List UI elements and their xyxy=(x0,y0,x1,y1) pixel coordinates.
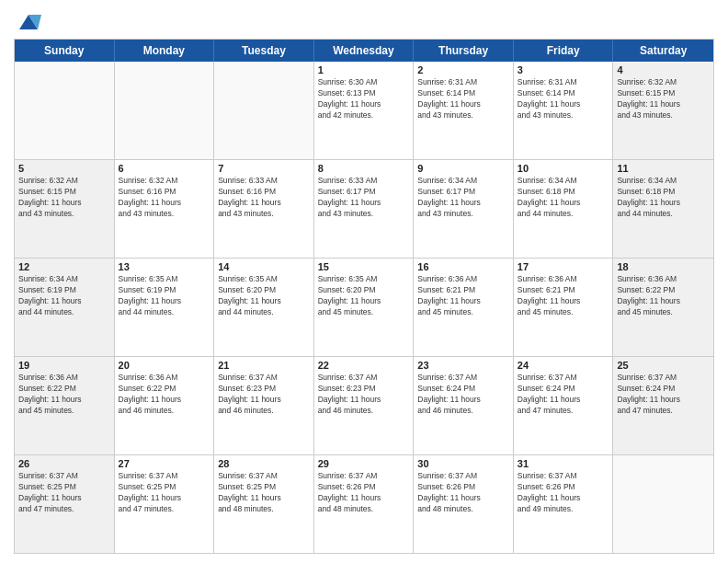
calendar-cell: 14Sunrise: 6:35 AM Sunset: 6:20 PM Dayli… xyxy=(214,259,314,356)
calendar-cell: 11Sunrise: 6:34 AM Sunset: 6:18 PM Dayli… xyxy=(613,160,713,258)
day-info: Sunrise: 6:37 AM Sunset: 6:24 PM Dayligh… xyxy=(617,373,710,417)
day-info: Sunrise: 6:33 AM Sunset: 6:16 PM Dayligh… xyxy=(218,176,310,220)
day-info: Sunrise: 6:31 AM Sunset: 6:14 PM Dayligh… xyxy=(417,77,509,121)
day-number: 17 xyxy=(518,261,609,272)
day-info: Sunrise: 6:34 AM Sunset: 6:17 PM Dayligh… xyxy=(417,176,509,220)
calendar-cell: 26Sunrise: 6:37 AM Sunset: 6:25 PM Dayli… xyxy=(15,455,115,553)
day-info: Sunrise: 6:37 AM Sunset: 6:25 PM Dayligh… xyxy=(119,471,210,515)
day-info: Sunrise: 6:37 AM Sunset: 6:26 PM Dayligh… xyxy=(417,471,509,515)
day-info: Sunrise: 6:33 AM Sunset: 6:17 PM Dayligh… xyxy=(318,176,410,220)
calendar-cell: 6Sunrise: 6:32 AM Sunset: 6:16 PM Daylig… xyxy=(115,160,215,258)
calendar-cell: 12Sunrise: 6:34 AM Sunset: 6:19 PM Dayli… xyxy=(15,259,115,356)
day-number: 30 xyxy=(417,458,509,469)
calendar-cell: 10Sunrise: 6:34 AM Sunset: 6:18 PM Dayli… xyxy=(514,160,614,258)
day-number: 18 xyxy=(617,261,710,272)
calendar-cell: 27Sunrise: 6:37 AM Sunset: 6:25 PM Dayli… xyxy=(115,455,215,553)
calendar-cell: 20Sunrise: 6:36 AM Sunset: 6:22 PM Dayli… xyxy=(115,357,215,454)
day-number: 10 xyxy=(518,163,609,174)
day-number: 31 xyxy=(518,458,609,469)
calendar-cell xyxy=(214,62,314,159)
day-info: Sunrise: 6:30 AM Sunset: 6:13 PM Dayligh… xyxy=(318,77,410,121)
calendar-cell: 15Sunrise: 6:35 AM Sunset: 6:20 PM Dayli… xyxy=(314,259,415,356)
day-info: Sunrise: 6:37 AM Sunset: 6:24 PM Dayligh… xyxy=(417,373,509,417)
day-info: Sunrise: 6:36 AM Sunset: 6:22 PM Dayligh… xyxy=(119,373,210,417)
calendar-cell: 30Sunrise: 6:37 AM Sunset: 6:26 PM Dayli… xyxy=(414,455,514,553)
day-info: Sunrise: 6:37 AM Sunset: 6:25 PM Dayligh… xyxy=(18,471,110,515)
calendar-cell: 8Sunrise: 6:33 AM Sunset: 6:17 PM Daylig… xyxy=(314,160,415,258)
day-number: 7 xyxy=(218,163,310,174)
calendar-cell: 5Sunrise: 6:32 AM Sunset: 6:15 PM Daylig… xyxy=(15,160,115,258)
day-info: Sunrise: 6:37 AM Sunset: 6:24 PM Dayligh… xyxy=(518,373,609,417)
day-number: 8 xyxy=(318,163,410,174)
day-info: Sunrise: 6:37 AM Sunset: 6:25 PM Dayligh… xyxy=(218,471,310,515)
day-number: 4 xyxy=(617,64,710,75)
day-number: 13 xyxy=(119,261,210,272)
calendar-cell xyxy=(115,62,215,159)
day-number: 3 xyxy=(518,64,609,75)
calendar-cell: 4Sunrise: 6:32 AM Sunset: 6:15 PM Daylig… xyxy=(613,62,713,159)
calendar-cell xyxy=(15,62,115,159)
day-info: Sunrise: 6:35 AM Sunset: 6:20 PM Dayligh… xyxy=(218,274,310,318)
day-info: Sunrise: 6:34 AM Sunset: 6:19 PM Dayligh… xyxy=(18,274,110,318)
calendar-cell xyxy=(613,455,713,553)
day-info: Sunrise: 6:34 AM Sunset: 6:18 PM Dayligh… xyxy=(617,176,710,220)
day-number: 23 xyxy=(417,360,509,371)
calendar-cell: 9Sunrise: 6:34 AM Sunset: 6:17 PM Daylig… xyxy=(414,160,514,258)
header xyxy=(14,9,714,31)
header-day-monday: Monday xyxy=(115,40,215,62)
header-day-sunday: Sunday xyxy=(15,40,115,62)
calendar-cell: 7Sunrise: 6:33 AM Sunset: 6:16 PM Daylig… xyxy=(214,160,314,258)
day-info: Sunrise: 6:35 AM Sunset: 6:20 PM Dayligh… xyxy=(318,274,410,318)
day-number: 20 xyxy=(119,360,210,371)
day-number: 27 xyxy=(119,458,210,469)
day-number: 28 xyxy=(218,458,310,469)
week-row-3: 12Sunrise: 6:34 AM Sunset: 6:19 PM Dayli… xyxy=(15,259,713,357)
day-number: 6 xyxy=(119,163,210,174)
day-number: 22 xyxy=(318,360,410,371)
header-day-friday: Friday xyxy=(514,40,614,62)
day-number: 21 xyxy=(218,360,310,371)
day-info: Sunrise: 6:34 AM Sunset: 6:18 PM Dayligh… xyxy=(518,176,609,220)
calendar-cell: 18Sunrise: 6:36 AM Sunset: 6:22 PM Dayli… xyxy=(613,259,713,356)
calendar-cell: 28Sunrise: 6:37 AM Sunset: 6:25 PM Dayli… xyxy=(214,455,314,553)
calendar: SundayMondayTuesdayWednesdayThursdayFrid… xyxy=(14,39,714,554)
day-info: Sunrise: 6:35 AM Sunset: 6:19 PM Dayligh… xyxy=(119,274,210,318)
calendar-cell: 29Sunrise: 6:37 AM Sunset: 6:26 PM Dayli… xyxy=(314,455,415,553)
day-info: Sunrise: 6:37 AM Sunset: 6:26 PM Dayligh… xyxy=(518,471,609,515)
day-number: 29 xyxy=(318,458,410,469)
calendar-cell: 25Sunrise: 6:37 AM Sunset: 6:24 PM Dayli… xyxy=(613,357,713,454)
day-info: Sunrise: 6:37 AM Sunset: 6:23 PM Dayligh… xyxy=(218,373,310,417)
week-row-4: 19Sunrise: 6:36 AM Sunset: 6:22 PM Dayli… xyxy=(15,357,713,455)
day-number: 19 xyxy=(18,360,110,371)
calendar-cell: 24Sunrise: 6:37 AM Sunset: 6:24 PM Dayli… xyxy=(514,357,614,454)
calendar-cell: 21Sunrise: 6:37 AM Sunset: 6:23 PM Dayli… xyxy=(214,357,314,454)
day-info: Sunrise: 6:36 AM Sunset: 6:21 PM Dayligh… xyxy=(417,274,509,318)
day-info: Sunrise: 6:37 AM Sunset: 6:23 PM Dayligh… xyxy=(318,373,410,417)
day-info: Sunrise: 6:36 AM Sunset: 6:21 PM Dayligh… xyxy=(518,274,609,318)
day-info: Sunrise: 6:31 AM Sunset: 6:14 PM Dayligh… xyxy=(518,77,609,121)
calendar-cell: 17Sunrise: 6:36 AM Sunset: 6:21 PM Dayli… xyxy=(514,259,614,356)
calendar-cell: 23Sunrise: 6:37 AM Sunset: 6:24 PM Dayli… xyxy=(414,357,514,454)
calendar-cell: 2Sunrise: 6:31 AM Sunset: 6:14 PM Daylig… xyxy=(414,62,514,159)
logo xyxy=(14,9,41,31)
week-row-2: 5Sunrise: 6:32 AM Sunset: 6:15 PM Daylig… xyxy=(15,160,713,259)
week-row-5: 26Sunrise: 6:37 AM Sunset: 6:25 PM Dayli… xyxy=(15,455,713,553)
day-number: 5 xyxy=(18,163,110,174)
header-day-tuesday: Tuesday xyxy=(214,40,314,62)
day-number: 9 xyxy=(417,163,509,174)
day-info: Sunrise: 6:32 AM Sunset: 6:16 PM Dayligh… xyxy=(119,176,210,220)
calendar-cell: 1Sunrise: 6:30 AM Sunset: 6:13 PM Daylig… xyxy=(314,62,415,159)
day-number: 16 xyxy=(417,261,509,272)
header-day-wednesday: Wednesday xyxy=(314,40,415,62)
logo-icon xyxy=(16,9,41,35)
day-number: 2 xyxy=(417,64,509,75)
day-info: Sunrise: 6:32 AM Sunset: 6:15 PM Dayligh… xyxy=(18,176,110,220)
day-number: 11 xyxy=(617,163,710,174)
day-number: 24 xyxy=(518,360,609,371)
calendar-cell: 3Sunrise: 6:31 AM Sunset: 6:14 PM Daylig… xyxy=(514,62,614,159)
calendar-cell: 16Sunrise: 6:36 AM Sunset: 6:21 PM Dayli… xyxy=(414,259,514,356)
day-number: 15 xyxy=(318,261,410,272)
day-number: 1 xyxy=(318,64,410,75)
calendar-cell: 31Sunrise: 6:37 AM Sunset: 6:26 PM Dayli… xyxy=(514,455,614,553)
day-number: 14 xyxy=(218,261,310,272)
